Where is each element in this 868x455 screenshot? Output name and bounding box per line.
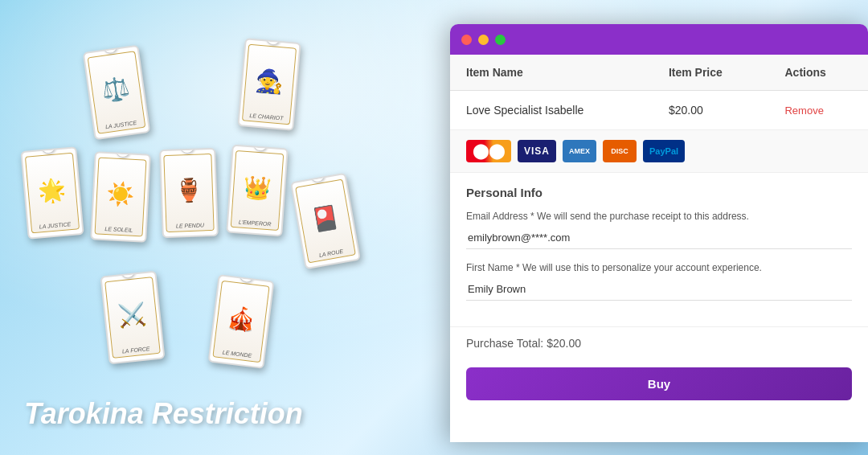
tarot-card-9: 9 🎪 LE MONDE [208, 274, 275, 369]
browser-titlebar [450, 24, 868, 55]
first-name-label: First Name * We will use this to persona… [466, 262, 852, 273]
cart-row: Love Specialist Isabelle $20.00 Remove [450, 91, 868, 130]
discover-icon: DISC [603, 140, 637, 162]
mastercard-icon: ⬤⬤ [466, 140, 511, 162]
card-number-8: 8 [120, 271, 136, 280]
card-figure-5: 🎴 [305, 184, 344, 252]
card-figure-9: 🎪 [223, 285, 260, 352]
tarot-card-4: 4 👑 L'EMPEROR [226, 145, 289, 237]
left-panel: 6 ⚖️ LA JUSTICE 7 🧙 LE CHARIOT 1 🌟 LA JU… [0, 0, 450, 455]
first-name-group: First Name * We will use this to persona… [466, 262, 852, 301]
visa-icon: VISA [518, 140, 556, 162]
card-figure-1: 🌟 [35, 157, 69, 223]
cart-item-price: $20.00 [653, 91, 769, 130]
tarot-card-1: 1 🌟 LA JUSTICE [20, 146, 84, 240]
card-number-1: 1 [40, 146, 56, 154]
email-label: Email Address * We will send the purchas… [466, 211, 852, 222]
window-minimize-dot[interactable] [478, 35, 489, 45]
card-number-4: 4 [252, 145, 268, 152]
card-number-3: 3 [180, 148, 195, 154]
card-number-9: 9 [239, 274, 255, 283]
tarot-card-7: 7 🧙 LE CHARIOT [237, 38, 301, 131]
paypal-icon: PayPal [643, 140, 685, 162]
tarot-card-5: 5 🎴 LA ROUE [290, 173, 361, 269]
first-name-input[interactable] [466, 278, 852, 301]
buy-button[interactable]: Buy [466, 367, 852, 400]
col-header-item-price: Item Price [653, 55, 769, 91]
amex-icon: AMEX [563, 140, 596, 162]
browser-window: Item Name Item Price Actions Love Specia… [450, 24, 868, 442]
personal-info-heading: Personal Info [466, 186, 852, 199]
card-figure-4: 👑 [241, 154, 274, 221]
col-header-actions: Actions [768, 55, 868, 91]
buy-button-wrap: Buy [450, 359, 868, 416]
email-group: Email Address * We will send the purchas… [466, 211, 852, 249]
card-figure-8: ⚔️ [115, 281, 149, 349]
window-close-dot[interactable] [461, 35, 472, 45]
card-figure-3: 🏺 [174, 158, 204, 223]
card-label-3: LE PENDU [176, 222, 204, 228]
remove-button[interactable]: Remove [784, 105, 823, 117]
main-title: Tarokina Restriction [24, 397, 303, 431]
card-number-7: 7 [265, 38, 281, 46]
tarot-card-6: 6 ⚖️ LA JUSTICE [83, 45, 151, 141]
card-label-2: LE SOLEIL [104, 226, 133, 233]
tarot-card-2: 2 ☀️ LE SOLEIL [90, 151, 151, 243]
window-maximize-dot[interactable] [495, 35, 506, 45]
tarot-card-3: 3 🏺 LE PENDU [159, 148, 219, 238]
tarot-card-8: 8 ⚔️ LA FORCE [100, 271, 165, 365]
cart-table: Item Name Item Price Actions Love Specia… [450, 55, 868, 130]
payment-icons-row: ⬤⬤ VISA AMEX DISC PayPal [450, 130, 868, 173]
card-number-2: 2 [116, 151, 131, 158]
card-figure-7: 🧙 [252, 48, 286, 115]
card-figure-6: ⚖️ [98, 55, 135, 123]
col-header-item-name: Item Name [450, 55, 653, 91]
purchase-total: Purchase Total: $20.00 [450, 326, 868, 359]
personal-info-section: Personal Info Email Address * We will se… [450, 173, 868, 326]
browser-content: Item Name Item Price Actions Love Specia… [450, 55, 868, 442]
card-label-4: L'EMPEROR [239, 219, 272, 227]
email-input[interactable] [466, 227, 852, 249]
card-figure-2: ☀️ [105, 161, 137, 227]
cart-item-name: Love Specialist Isabelle [450, 91, 653, 130]
